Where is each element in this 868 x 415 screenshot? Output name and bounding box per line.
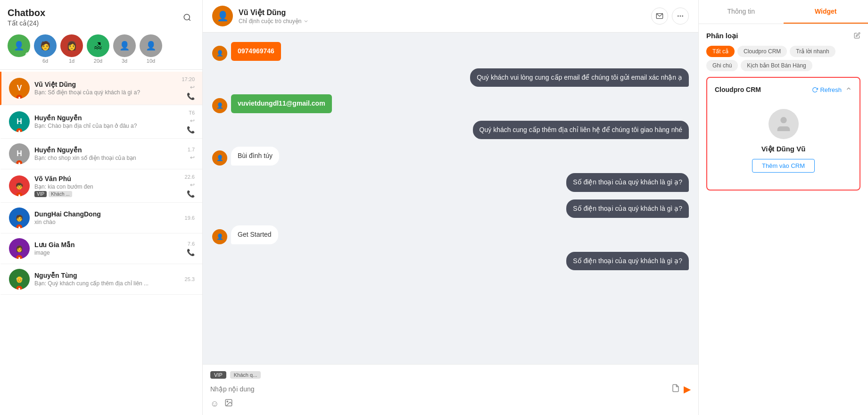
platform-badge: ● — [16, 224, 22, 228]
section-header: Phân loại — [706, 32, 860, 40]
message-row: Số điện thoại của quý khách là gì ạ? — [212, 173, 689, 192]
chat-preview: Bạn: Chào bạn địa chỉ của bạn ở đâu a? — [34, 123, 182, 129]
phone-icon: 📞 — [187, 126, 195, 133]
image-button[interactable] — [224, 398, 233, 409]
document-button[interactable] — [671, 384, 680, 394]
chat-time: 7.6 — [188, 241, 195, 247]
chat-preview: Bạn: kia con bướm đen — [34, 183, 180, 190]
filter-tag-cloudpro[interactable]: Cloudpro CRM — [737, 46, 787, 57]
assign-button[interactable]: Chỉ định cuộc trò chuyện — [239, 18, 645, 25]
sidebar: Chatbox Tất cả(24) 👤 🧑 6d 👩 1d 🏖 20d — [0, 0, 203, 415]
email-button[interactable] — [651, 8, 668, 25]
chat-time: 17:20 — [182, 76, 195, 82]
widget-body: Việt Dũng Vũ Thêm vào CRM — [715, 100, 852, 182]
chat-item-vu-viet-dung[interactable]: V ● Vũ Việt Dũng Bạn: Số điện thoại của … — [0, 72, 202, 105]
chat-avatar: 🧑 ● — [9, 208, 30, 228]
avatar-item[interactable]: 👤 3d — [113, 34, 136, 64]
avatar-item[interactable]: 👤 — [8, 34, 30, 64]
chat-info: Huyền Nguyễn Bạn: Chào bạn địa chỉ của b… — [34, 114, 182, 129]
message-bubble: Quý khách vui lòng cung cấp email để chú… — [470, 68, 689, 87]
avatar: 🧑 — [34, 34, 57, 57]
avatar-item[interactable]: 🧑 6d — [34, 34, 57, 64]
widget-header: Cloudpro CRM Refresh — [715, 85, 852, 94]
chat-info: Nguyễn Tùng Bạn: Quý khách cung cấp thêm… — [34, 272, 180, 287]
chat-header-avatar: 👤 — [212, 6, 233, 26]
filter-tag-ghi-chu[interactable]: Ghi chú — [706, 60, 738, 71]
messages-area: 👤 0974969746 Quý khách vui lòng cung cấp… — [203, 33, 698, 364]
tags-row: VIP Khách q... — [210, 368, 691, 382]
filter-tag-tra-loi[interactable]: Trả lời nhanh — [790, 46, 835, 57]
badge-row: VIP Khách ... — [34, 191, 180, 197]
tab-widget[interactable]: Widget — [784, 0, 868, 24]
avatar: 👤 — [113, 34, 136, 57]
chat-header-actions — [651, 8, 689, 25]
message-input[interactable] — [210, 385, 668, 393]
collapse-button[interactable] — [845, 85, 852, 94]
chat-time: 22.6 — [185, 174, 195, 180]
search-button[interactable] — [180, 10, 195, 25]
message-bubble: vuvietdungdl11@gmail.com — [231, 94, 332, 113]
avatar-row: 👤 🧑 6d 👩 1d 🏖 20d 👤 3d 👤 10d — [0, 31, 202, 69]
avatar: 👤 — [8, 34, 30, 57]
assign-label: Chỉ định cuộc trò chuyện — [239, 18, 301, 25]
reply-icon: ↩ — [190, 182, 195, 188]
edit-icon[interactable] — [854, 32, 860, 40]
send-button[interactable]: ▶ — [684, 383, 691, 395]
chat-meta: 1.7 ↩ — [188, 147, 195, 161]
cloudpro-widget: Cloudpro CRM Refresh Việt Dũng Vũ Thêm v… — [706, 77, 860, 191]
avatar: 👩 — [60, 34, 83, 57]
chat-item-vo-van-phu[interactable]: 🧒 ● Võ Văn Phú Bạn: kia con bướm đen VIP… — [0, 169, 202, 203]
message-row: 👤 Get Started — [212, 225, 689, 244]
message-bubble: Số điện thoại của quý khách là gì ạ? — [566, 199, 689, 218]
chat-preview: xin chào — [34, 219, 180, 225]
add-crm-button[interactable]: Thêm vào CRM — [752, 159, 815, 173]
refresh-button[interactable]: Refresh — [812, 86, 842, 93]
chat-avatar: 👩 ● — [9, 238, 30, 259]
avatar-item[interactable]: 🏖 20d — [87, 34, 109, 64]
message-bubble: Quý khách cung cấp thêm địa chỉ liên hệ … — [473, 121, 689, 140]
message-bubble: Bùi đình túy — [231, 147, 279, 166]
reply-icon: ↩ — [190, 154, 195, 161]
chat-contact-name: Vũ Việt Dũng — [239, 8, 645, 17]
filter-tag-kich-ban[interactable]: Kịch bản Bot Bán Hàng — [741, 60, 812, 71]
chat-name: Huyền Nguyễn — [34, 146, 183, 154]
sidebar-header: Chatbox Tất cả(24) — [0, 0, 202, 31]
sidebar-title-area: Chatbox Tất cả(24) — [8, 8, 45, 27]
emoji-button[interactable]: ☺ — [210, 399, 219, 409]
refresh-label: Refresh — [820, 86, 842, 93]
message-bubble: 0974969746 — [231, 42, 281, 61]
svg-point-3 — [678, 16, 679, 17]
platform-badge: ● — [16, 192, 22, 196]
message-row: 👤 Bùi đình túy — [212, 147, 689, 166]
chat-item-huyen-nguyen-2[interactable]: H ● Huyền Nguyễn Bạn: cho shop xin số đi… — [0, 139, 202, 169]
chat-avatar: V ● — [9, 78, 30, 99]
sidebar-count: Tất cả(24) — [8, 19, 45, 27]
platform-badge: ● — [16, 95, 22, 99]
message-row: Số điện thoại của quý khách là gì ạ? — [212, 252, 689, 271]
chat-meta: 25.3 — [185, 276, 195, 282]
msg-avatar: 👤 — [212, 46, 227, 61]
chat-preview: Bạn: cho shop xin số điện thoại của bạn — [34, 155, 183, 161]
avatar-item[interactable]: 👤 10d — [140, 34, 162, 64]
chat-meta: 22.6 ↩ 📞 — [185, 174, 195, 198]
avatar-item[interactable]: 👩 1d — [60, 34, 83, 64]
chat-item-luu-gia-man[interactable]: 👩 ● Lưu Gia Mẫn image 7.6 📞 — [0, 233, 202, 264]
svg-point-4 — [680, 16, 681, 17]
platform-badge: ● — [16, 286, 22, 290]
chat-header-info: Vũ Việt Dũng Chỉ định cuộc trò chuyện — [239, 8, 645, 25]
chat-preview: Bạn: Số điện thoại của quý khách là gì a… — [34, 89, 177, 96]
filter-tag-all[interactable]: Tất cả — [706, 46, 735, 57]
chat-item-nguyen-tung[interactable]: 👴 ● Nguyễn Tùng Bạn: Quý khách cung cấp … — [0, 264, 202, 295]
chat-avatar: H ● — [9, 111, 30, 132]
tab-thong-tin[interactable]: Thông tin — [699, 0, 784, 24]
more-options-button[interactable] — [672, 8, 689, 25]
chat-name: Huyền Nguyễn — [34, 114, 182, 122]
filter-tags: Tất cả Cloudpro CRM Trả lời nhanh Ghi ch… — [706, 46, 860, 71]
online-badge — [25, 52, 30, 57]
chat-item-dunghai[interactable]: 🧑 ● DungHai ChangDong xin chào 19.6 — [0, 203, 202, 233]
input-actions-row: ☺ — [210, 397, 691, 411]
chat-item-huyen-nguyen-1[interactable]: H ● Huyền Nguyễn Bạn: Chào bạn địa chỉ c… — [0, 105, 202, 139]
reply-icon: ↩ — [190, 84, 195, 91]
reply-icon: ↩ — [190, 117, 195, 124]
svg-line-1 — [189, 19, 190, 20]
